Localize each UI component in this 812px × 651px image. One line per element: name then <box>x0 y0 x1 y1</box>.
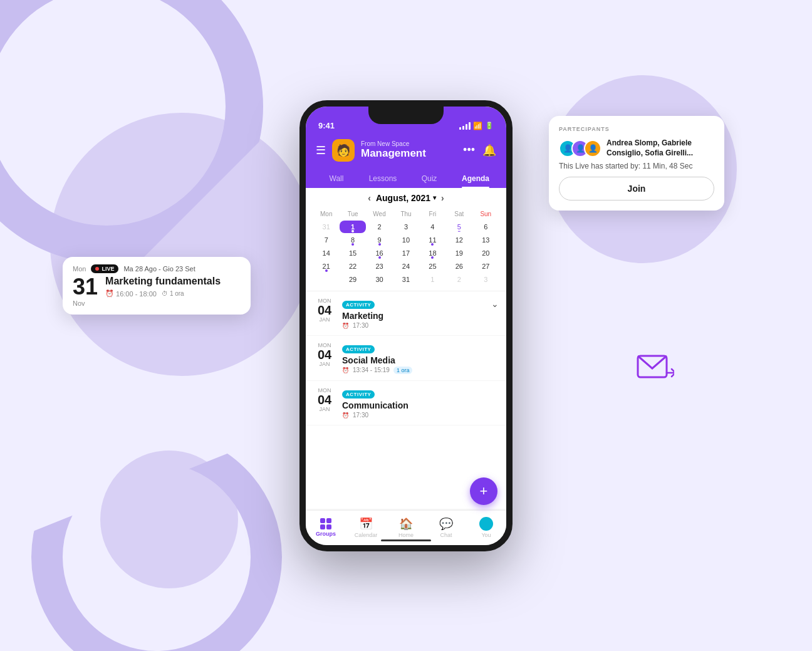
cal-day-10[interactable]: 10 <box>393 234 419 246</box>
agenda-title-0: Marketing <box>342 311 485 321</box>
cal-day-empty <box>313 273 339 286</box>
cal-day-22[interactable]: 22 <box>340 260 365 273</box>
cal-day-12[interactable]: 12 <box>446 234 472 246</box>
agenda-time-0 <box>342 322 349 329</box>
calendar-section: ‹ August, 2021 ▾ › Mon Tue Wed Thu Fri S… <box>306 188 506 291</box>
tab-quiz[interactable]: Quiz <box>406 169 452 188</box>
day-header-sun: Sun <box>473 208 499 220</box>
user-avatar <box>479 517 493 531</box>
cal-day-2[interactable]: 2 <box>367 221 392 233</box>
card-duration: ⏱ 1 ora <box>162 290 184 297</box>
header-actions: ••• 🔔 <box>463 143 496 157</box>
timer-icon: ⏱ <box>162 290 168 297</box>
agenda-title-1: Social Media <box>342 355 499 365</box>
avatar-3: 👤 <box>584 140 601 157</box>
cal-day-5[interactable]: 5•• <box>446 221 472 233</box>
cal-day-7[interactable]: 7 <box>313 234 339 246</box>
cal-day-18[interactable]: 18 <box>420 247 445 259</box>
cal-day-31b[interactable]: 31 <box>393 273 419 286</box>
next-month-button[interactable]: › <box>441 193 444 203</box>
nav-calendar[interactable]: 📅 Calendar <box>346 517 386 538</box>
cal-day-17[interactable]: 17 <box>393 247 419 259</box>
agenda-expand-0[interactable]: ⌄ <box>491 298 499 309</box>
participants-label: PARTECIPANTS <box>559 126 714 132</box>
day-header-wed: Wed <box>367 208 392 220</box>
cal-day-16[interactable]: 16 <box>367 247 392 259</box>
header-title: Management <box>361 147 457 160</box>
chat-icon: 💬 <box>439 517 453 531</box>
nav-chat[interactable]: 💬 Chat <box>426 517 466 538</box>
tab-agenda[interactable]: Agenda <box>452 169 499 188</box>
cal-day-29[interactable]: 29 <box>340 273 365 286</box>
phone-mockup: 9:41 📶 🔋 ☰ 🧑 From New Space Management <box>299 100 513 551</box>
nav-you[interactable]: You <box>466 517 506 538</box>
activity-badge-0: ACTIVITY <box>342 301 375 309</box>
agenda-date-month-2: Jan <box>313 406 336 412</box>
live-badge: LIVE <box>91 264 118 273</box>
phone-body: 9:41 📶 🔋 ☰ 🧑 From New Space Management <box>299 100 513 551</box>
cal-day-next-3[interactable]: 3 <box>473 273 499 286</box>
nav-groups[interactable]: Groups <box>306 518 346 537</box>
cal-day-21[interactable]: 21 <box>313 260 339 273</box>
cal-day-11[interactable]: 11 <box>420 234 445 246</box>
cal-day-27[interactable]: 27 <box>473 260 499 273</box>
cal-day-15[interactable]: 15 <box>340 247 365 259</box>
nav-tabs: Wall Lessons Quiz Agenda <box>306 169 506 188</box>
bell-icon[interactable]: 🔔 <box>482 143 496 157</box>
tab-wall[interactable]: Wall <box>313 169 360 188</box>
home-indicator <box>381 539 431 541</box>
cal-day-4[interactable]: 4 <box>420 221 445 233</box>
card-event-title: Marketing fundamentals <box>105 276 221 287</box>
cal-day-13[interactable]: 13 <box>473 234 499 246</box>
agenda-meta-1: 13:34 - 15:19 1 ora <box>342 367 499 374</box>
card-bottom-row: ⏰ 16:00 - 18:00 ⏱ 1 ora <box>105 289 221 298</box>
card-time-text: 16:00 - 18:00 <box>116 290 157 298</box>
cal-day-9[interactable]: 9 <box>367 234 392 246</box>
status-time: 9:41 <box>318 121 335 130</box>
cal-day-23[interactable]: 23 <box>367 260 392 273</box>
prev-month-button[interactable]: ‹ <box>368 193 371 203</box>
agenda-content-0: ACTIVITY Marketing 17:30 <box>342 298 485 329</box>
agenda-date-month-1: Jan <box>313 361 336 367</box>
more-icon[interactable]: ••• <box>463 143 475 157</box>
cal-day-next-2[interactable]: 2 <box>446 273 472 286</box>
cal-day-19[interactable]: 19 <box>446 247 472 259</box>
cal-day-1[interactable]: 1 <box>340 221 365 233</box>
participants-row: 👤 👤 👤 Andrea Slomp, Gabriele Consiglio, … <box>559 138 714 158</box>
app-header: ☰ 🧑 From New Space Management ••• 🔔 <box>306 134 506 169</box>
chevron-down-icon[interactable]: ▾ <box>433 194 436 201</box>
header-title-group: From New Space Management <box>361 140 457 160</box>
cal-day-20[interactable]: 20 <box>473 247 499 259</box>
cal-day-24[interactable]: 24 <box>393 260 419 273</box>
cal-day-25[interactable]: 25 <box>420 260 445 273</box>
cal-day-26[interactable]: 26 <box>446 260 472 273</box>
agenda-time-text-0: 17:30 <box>353 322 368 329</box>
calendar-nav: ‹ August, 2021 ▾ › <box>313 193 499 203</box>
cal-day-3[interactable]: 3 <box>393 221 419 233</box>
calendar-month-year: August, 2021 ▾ <box>376 193 436 203</box>
join-button[interactable]: Join <box>559 177 714 201</box>
card-month: Nov <box>73 299 98 307</box>
card-day-label: Mon <box>73 265 86 273</box>
agenda-duration-1: 1 ora <box>393 367 413 374</box>
home-icon: 🏠 <box>399 517 413 531</box>
cal-day-next-1[interactable]: 1 <box>420 273 445 286</box>
cal-day-8[interactable]: 8 <box>340 234 365 246</box>
menu-icon[interactable]: ☰ <box>316 143 326 157</box>
nav-calendar-label: Calendar <box>355 532 378 538</box>
cal-day-31[interactable]: 31 <box>313 221 339 233</box>
fab-add-button[interactable]: + <box>470 477 497 505</box>
nav-groups-label: Groups <box>316 531 336 537</box>
participants-names: Andrea Slomp, Gabriele Consiglio, Sofia … <box>606 138 714 158</box>
cal-day-14[interactable]: 14 <box>313 247 339 259</box>
agenda-date-num-0: 04 <box>313 304 336 316</box>
tab-lessons[interactable]: Lessons <box>360 169 406 188</box>
nav-home[interactable]: 🏠 Home <box>386 517 426 538</box>
agenda-item-1: Mon 04 Jan ACTIVITY Social Media 13:34 -… <box>306 336 506 381</box>
cal-day-6[interactable]: 6 <box>473 221 499 233</box>
live-text: LIVE <box>102 266 114 272</box>
nav-home-label: Home <box>398 532 414 538</box>
cal-day-30[interactable]: 30 <box>367 273 392 286</box>
wifi-icon: 📶 <box>473 122 482 130</box>
participants-card: PARTECIPANTS 👤 👤 👤 Andrea Slomp, Gabriel… <box>549 116 724 211</box>
